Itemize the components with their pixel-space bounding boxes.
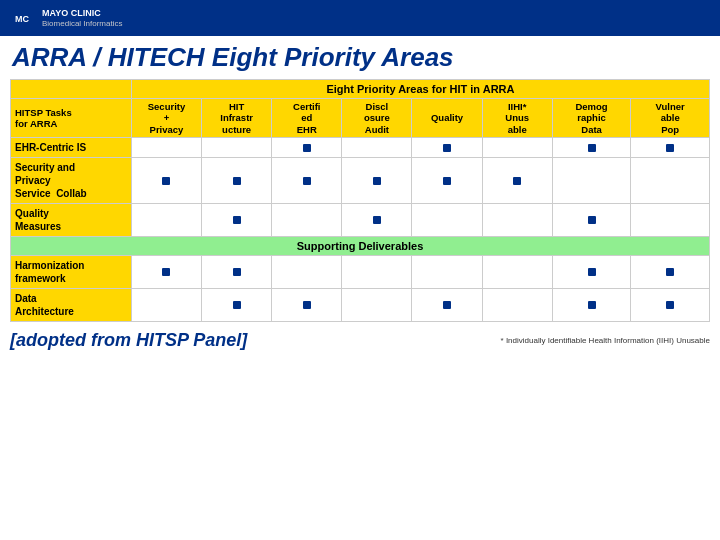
section-header-label: Supporting Deliverables — [11, 237, 710, 256]
cell-da-4 — [342, 289, 412, 322]
top-header-empty — [11, 80, 132, 99]
dot-icon — [233, 301, 241, 309]
cell-sec-7 — [552, 158, 631, 204]
dot-icon — [588, 301, 596, 309]
cell-da-7 — [552, 289, 631, 322]
cell-sec-6 — [482, 158, 552, 204]
row-label-ehr: EHR-Centric IS — [11, 138, 132, 158]
table-row: Security andPrivacyService Collab — [11, 158, 710, 204]
cell-da-8 — [631, 289, 710, 322]
col-header-8: VulnerablePop — [631, 99, 710, 138]
dot-icon — [162, 177, 170, 185]
dot-icon — [666, 301, 674, 309]
cell-hf-7 — [552, 256, 631, 289]
cell-sec-8 — [631, 158, 710, 204]
cell-da-5 — [412, 289, 482, 322]
dot-icon — [303, 301, 311, 309]
cell-ehr-5 — [412, 138, 482, 158]
cell-ehr-2 — [202, 138, 272, 158]
logo-subtitle: Biomedical Informatics — [42, 19, 122, 28]
cell-qm-7 — [552, 204, 631, 237]
cell-hf-8 — [631, 256, 710, 289]
cell-hf-4 — [342, 256, 412, 289]
priority-areas-table: Eight Priority Areas for HIT in ARRA HIT… — [10, 79, 710, 322]
col-header-row: HITSP Tasksfor ARRA Security+Privacy HIT… — [11, 99, 710, 138]
main-content: Eight Priority Areas for HIT in ARRA HIT… — [0, 77, 720, 324]
col-header-3: CertifiedEHR — [272, 99, 342, 138]
cell-da-2 — [202, 289, 272, 322]
table-row: Harmonizationframework — [11, 256, 710, 289]
cell-qm-1 — [131, 204, 201, 237]
cell-ehr-8 — [631, 138, 710, 158]
cell-qm-6 — [482, 204, 552, 237]
col-header-2: HITInfrastructure — [202, 99, 272, 138]
cell-ehr-1 — [131, 138, 201, 158]
dot-icon — [588, 216, 596, 224]
page-title: ARRA / HITECH Eight Priority Areas — [12, 42, 708, 73]
cell-sec-3 — [272, 158, 342, 204]
row-label-security: Security andPrivacyService Collab — [11, 158, 132, 204]
col-header-4: DisclosureAudit — [342, 99, 412, 138]
footer-left-text: [adopted from HITSP Panel] — [10, 330, 247, 351]
row-label-quality: QualityMeasures — [11, 204, 132, 237]
table-row: EHR-Centric IS — [11, 138, 710, 158]
cell-da-3 — [272, 289, 342, 322]
header-bar: MC MAYO CLINIC Biomedical Informatics — [0, 0, 720, 36]
dot-icon — [303, 144, 311, 152]
col-header-7: DemographicData — [552, 99, 631, 138]
cell-ehr-4 — [342, 138, 412, 158]
cell-sec-5 — [412, 158, 482, 204]
mayo-clinic-logo-icon: MC — [8, 4, 36, 32]
dot-icon — [162, 268, 170, 276]
footer-right-text: * Individually Identifiable Health Infor… — [501, 336, 710, 345]
cell-ehr-6 — [482, 138, 552, 158]
dot-icon — [513, 177, 521, 185]
cell-hf-3 — [272, 256, 342, 289]
cell-qm-8 — [631, 204, 710, 237]
dot-icon — [443, 301, 451, 309]
table-row: QualityMeasures — [11, 204, 710, 237]
cell-hf-5 — [412, 256, 482, 289]
dot-icon — [373, 216, 381, 224]
col-header-1: Security+Privacy — [131, 99, 201, 138]
logo: MC MAYO CLINIC Biomedical Informatics — [8, 4, 122, 32]
cell-qm-2 — [202, 204, 272, 237]
cell-sec-4 — [342, 158, 412, 204]
col-header-6: IIHI*Unusable — [482, 99, 552, 138]
cell-hf-2 — [202, 256, 272, 289]
dot-icon — [233, 216, 241, 224]
footer: [adopted from HITSP Panel] * Individuall… — [0, 326, 720, 355]
cell-qm-4 — [342, 204, 412, 237]
dot-icon — [443, 177, 451, 185]
logo-title: MAYO CLINIC — [42, 8, 122, 19]
cell-sec-2 — [202, 158, 272, 204]
row-label-data-arch: DataArchitecture — [11, 289, 132, 322]
col-header-5: Quality — [412, 99, 482, 138]
dot-icon — [666, 144, 674, 152]
cell-qm-3 — [272, 204, 342, 237]
page-title-bar: ARRA / HITECH Eight Priority Areas — [0, 36, 720, 77]
col-header-0: HITSP Tasksfor ARRA — [11, 99, 132, 138]
cell-da-1 — [131, 289, 201, 322]
dot-icon — [233, 268, 241, 276]
cell-sec-1 — [131, 158, 201, 204]
svg-text:MC: MC — [15, 14, 29, 24]
top-header-row: Eight Priority Areas for HIT in ARRA — [11, 80, 710, 99]
section-header-row: Supporting Deliverables — [11, 237, 710, 256]
cell-hf-6 — [482, 256, 552, 289]
dot-icon — [588, 268, 596, 276]
dot-icon — [666, 268, 674, 276]
cell-ehr-7 — [552, 138, 631, 158]
cell-hf-1 — [131, 256, 201, 289]
dot-icon — [588, 144, 596, 152]
top-header-label: Eight Priority Areas for HIT in ARRA — [131, 80, 709, 99]
dot-icon — [233, 177, 241, 185]
cell-da-6 — [482, 289, 552, 322]
cell-ehr-3 — [272, 138, 342, 158]
dot-icon — [443, 144, 451, 152]
cell-qm-5 — [412, 204, 482, 237]
dot-icon — [303, 177, 311, 185]
table-row: DataArchitecture — [11, 289, 710, 322]
dot-icon — [373, 177, 381, 185]
row-label-harmonization: Harmonizationframework — [11, 256, 132, 289]
